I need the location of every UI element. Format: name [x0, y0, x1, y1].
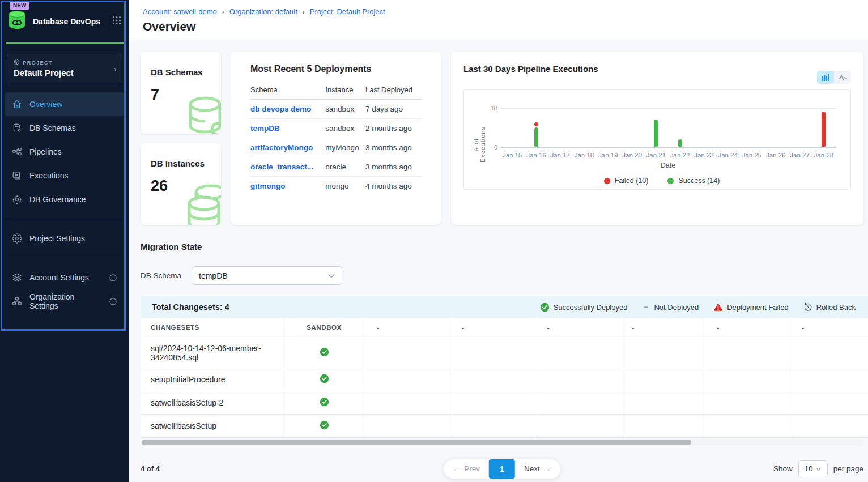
chart-bar-slot-jan-19	[596, 104, 620, 147]
changesets-column-header: -	[367, 318, 452, 338]
chart-bar-slot-jan-16	[524, 104, 548, 147]
sidebar-nav: OverviewDB SchemasPipelinesExecutionsDB …	[0, 92, 129, 313]
line-chart-toggle-icon[interactable]	[834, 71, 851, 84]
schema-link[interactable]: gitmongo	[250, 182, 285, 190]
failed-bar[interactable]	[534, 122, 538, 126]
sidebar-item-organization-settings[interactable]: Organization Settings	[5, 289, 124, 313]
chevron-down-icon	[328, 274, 335, 278]
project-selector[interactable]: PROJECT Default Project ›	[7, 54, 122, 83]
sidebar-item-db-governance[interactable]: DB Governance	[5, 187, 124, 211]
horizontal-scrollbar[interactable]	[141, 439, 863, 446]
empty-status-cell	[452, 391, 537, 414]
changesets-column-header: SANDBOX	[282, 318, 367, 338]
schema-link[interactable]: tempDB	[250, 124, 280, 133]
new-badge: NEW	[10, 2, 29, 10]
chart-bar-slot-jan-27	[788, 104, 811, 147]
breadcrumb: Account: satwell-demo›Organization: defa…	[143, 7, 854, 16]
deployments-table: SchemaInstanceLast Deployed db devops de…	[250, 80, 422, 195]
governance-icon	[12, 194, 22, 204]
next-page-button[interactable]: Next→	[515, 459, 560, 479]
chart-bar-slot-jan-20	[620, 104, 644, 147]
app-switcher-grid-icon[interactable]	[112, 16, 121, 27]
sandbox-status-cell	[282, 338, 367, 368]
chart-bar-slot-jan-17	[548, 104, 572, 147]
chart-bar-slot-jan-26	[764, 104, 788, 147]
stat-title: DB Instances	[151, 159, 211, 168]
empty-status-cell	[622, 368, 707, 391]
legend-item: Failed (10)	[604, 177, 649, 185]
bar-chart-toggle-icon[interactable]	[817, 71, 834, 84]
breadcrumb-link[interactable]: Project: Default Project	[310, 7, 385, 16]
sidebar-item-db-schemas[interactable]: DB Schemas	[5, 116, 124, 140]
stat-card-db-instances: DB Instances26	[141, 143, 221, 225]
sidebar-item-executions[interactable]: Executions	[5, 164, 124, 187]
database-single-icon	[185, 94, 221, 134]
empty-status-cell	[792, 391, 868, 414]
empty-status-cell	[537, 338, 622, 368]
sidebar-item-pipelines[interactable]: Pipelines	[5, 140, 124, 164]
sidebar: NEW Database DevOps PROJECT D	[0, 0, 129, 482]
sidebar-item-label: DB Schemas	[29, 123, 76, 133]
pipelines-icon	[12, 147, 22, 157]
failed-bar[interactable]	[822, 112, 826, 147]
sandbox-status-cell	[282, 414, 367, 437]
home-icon	[12, 99, 22, 109]
db-schemas-icon	[12, 123, 22, 133]
sidebar-item-label: Pipelines	[29, 147, 62, 156]
empty-status-cell	[367, 368, 452, 391]
success-bar[interactable]	[534, 127, 538, 147]
x-tick-label: Jan 27	[788, 152, 811, 159]
schema-link[interactable]: oracle_transact...	[250, 163, 313, 171]
sidebar-item-label: DB Governance	[29, 195, 86, 204]
info-icon[interactable]	[109, 274, 117, 282]
deployments-column-header: Schema	[250, 80, 325, 100]
breadcrumb-separator: ›	[222, 8, 224, 16]
x-tick-label: Jan 19	[596, 152, 620, 159]
chart-bar-slot-jan-24	[716, 104, 740, 147]
schema-link[interactable]: db devops demo	[250, 105, 311, 113]
status-legend-item: Deployment Failed	[713, 302, 788, 312]
changeset-row: satwell:basisSetup	[141, 414, 868, 437]
info-icon[interactable]	[109, 297, 117, 306]
empty-status-cell	[792, 414, 868, 437]
success-bar[interactable]	[678, 139, 682, 147]
empty-status-cell	[707, 414, 792, 437]
schema-link[interactable]: artifactoryMongo	[250, 143, 313, 152]
changesets-column-header: -	[537, 318, 622, 338]
chart-bar-slot-jan-22	[668, 104, 692, 147]
changesets-column-header: CHANGESETS	[141, 318, 282, 338]
sidebar-item-overview[interactable]: Overview	[5, 92, 124, 116]
pipeline-executions-card: Last 30 Days Pipeline Executions # of Ex…	[451, 52, 863, 225]
page-1-button[interactable]: 1	[489, 459, 515, 479]
per-page-select[interactable]: 10	[798, 460, 828, 477]
per-page-label: per page	[833, 464, 863, 473]
arrow-right-icon: →	[543, 464, 551, 473]
empty-status-cell	[367, 338, 452, 368]
x-tick-label: Jan 16	[524, 152, 548, 159]
breadcrumb-separator: ›	[303, 8, 305, 16]
empty-status-cell	[622, 391, 707, 414]
result-count: 4 of 4	[141, 464, 160, 473]
sidebar-item-label: Executions	[29, 171, 68, 180]
breadcrumb-link[interactable]: Account: satwell-demo	[143, 7, 217, 16]
sidebar-item-project-settings[interactable]: Project Settings	[5, 227, 124, 250]
x-tick-label: Jan 18	[572, 152, 596, 159]
chart-bar-slot-jan-23	[692, 104, 716, 147]
sidebar-item-account-settings[interactable]: Account Settings	[5, 266, 124, 289]
empty-status-cell	[537, 391, 622, 414]
breadcrumb-link[interactable]: Organization: default	[229, 7, 297, 16]
changeset-row: satwell:basisSetup-2	[141, 391, 868, 414]
empty-status-cell	[367, 414, 452, 437]
deployment-row: db devops demosandbox7 days ago	[250, 100, 422, 119]
prev-page-button[interactable]: ←Prev	[444, 459, 489, 479]
chart-bar-slot-jan-28	[812, 104, 836, 147]
changesets-section: Total Changesets: 4 Successfully Deploye…	[141, 296, 868, 446]
sidebar-item-label: Account Settings	[29, 273, 89, 282]
db-schema-select[interactable]: tempDB	[192, 266, 342, 285]
success-bar[interactable]	[654, 120, 658, 147]
changeset-name-cell: setupInitialProcedure	[141, 368, 282, 391]
check-circle-icon	[540, 302, 550, 312]
empty-status-cell	[792, 368, 868, 391]
scrollbar-thumb[interactable]	[142, 440, 691, 445]
deployment-row: oracle_transact...oracle3 months ago	[250, 157, 422, 177]
